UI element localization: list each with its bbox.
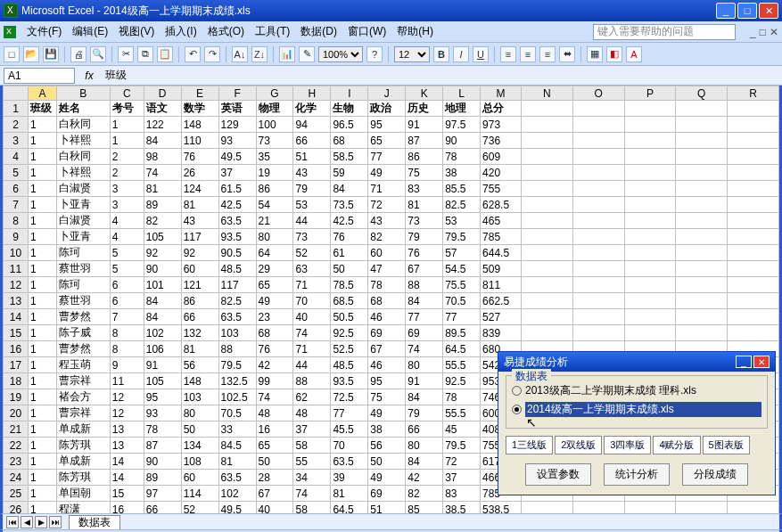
cell[interactable] — [624, 229, 676, 245]
cell[interactable]: 1 — [28, 486, 56, 502]
cell[interactable]: 50.5 — [331, 309, 368, 325]
segment-button[interactable]: 分段成绩 — [682, 463, 748, 486]
cell[interactable]: 1 — [28, 422, 56, 438]
cell[interactable] — [572, 197, 624, 213]
row-header[interactable]: 1 — [4, 101, 29, 117]
cell[interactable]: 55 — [293, 454, 331, 470]
cell[interactable]: 99 — [256, 373, 293, 389]
row-header[interactable]: 18 — [4, 373, 29, 389]
cell[interactable]: 45 — [443, 422, 481, 438]
cell[interactable]: 1 — [28, 470, 56, 486]
cell[interactable]: 80 — [406, 357, 443, 373]
column-header-R[interactable]: R — [728, 86, 779, 101]
cell[interactable] — [572, 502, 624, 514]
cell[interactable]: 8 — [110, 325, 144, 341]
paste-icon[interactable]: 📋 — [157, 46, 173, 62]
cell[interactable]: 84 — [406, 389, 443, 405]
cell[interactable] — [624, 213, 676, 229]
cell[interactable] — [676, 117, 728, 133]
cell[interactable]: 148 — [181, 373, 218, 389]
cell[interactable] — [676, 502, 728, 514]
row-header[interactable]: 11 — [4, 261, 29, 277]
cell[interactable]: 114 — [181, 486, 218, 502]
cell[interactable] — [624, 117, 676, 133]
cell[interactable]: 37 — [443, 470, 481, 486]
cell[interactable]: 38 — [443, 165, 481, 181]
cell[interactable]: 811 — [481, 277, 522, 293]
cell[interactable]: 曹梦然 — [56, 341, 110, 357]
cell[interactable]: 77 — [406, 309, 443, 325]
cell[interactable]: 白秋同 — [56, 117, 110, 133]
column-header-J[interactable]: J — [368, 86, 406, 101]
select-all-cell[interactable] — [4, 86, 29, 101]
cell[interactable]: 93.5 — [331, 373, 368, 389]
cell[interactable]: 68 — [368, 293, 406, 309]
cell[interactable]: 79.5 — [218, 357, 256, 373]
cell[interactable]: 2 — [110, 149, 144, 165]
cell[interactable]: 19 — [256, 165, 293, 181]
cell[interactable]: 49.5 — [218, 149, 256, 165]
cell[interactable] — [728, 101, 779, 117]
cell[interactable] — [572, 245, 624, 261]
row-header[interactable]: 22 — [4, 438, 29, 454]
cell[interactable]: 1 — [28, 389, 56, 405]
cell[interactable]: 81 — [331, 486, 368, 502]
cell[interactable]: 58.5 — [331, 149, 368, 165]
cell[interactable]: 84 — [406, 293, 443, 309]
dialog-tab-3[interactable]: 3四率版 — [604, 436, 651, 454]
cell[interactable]: 程玉萌 — [56, 357, 110, 373]
cell[interactable]: 26 — [181, 165, 218, 181]
cell[interactable]: 42 — [406, 470, 443, 486]
cell[interactable]: 14 — [110, 470, 144, 486]
cell[interactable]: 曹宗祥 — [56, 405, 110, 422]
cell[interactable]: 66 — [181, 309, 218, 325]
cell[interactable]: 76 — [406, 245, 443, 261]
cell[interactable]: 839 — [481, 325, 522, 341]
cell[interactable]: 81 — [406, 197, 443, 213]
cell[interactable]: 92.5 — [443, 373, 481, 389]
cell[interactable]: 63 — [293, 261, 331, 277]
cell[interactable]: 64.5 — [443, 341, 481, 357]
cell[interactable]: 84 — [144, 293, 181, 309]
cell[interactable] — [572, 181, 624, 197]
cell[interactable]: 527 — [481, 309, 522, 325]
cell[interactable]: 1 — [28, 357, 56, 373]
cell[interactable]: 77 — [368, 149, 406, 165]
sheet-tab[interactable]: 数据表 — [69, 515, 120, 529]
cell[interactable] — [728, 245, 779, 261]
cell[interactable]: 93.5 — [218, 229, 256, 245]
cell[interactable]: 1 — [28, 277, 56, 293]
cell[interactable]: 86 — [256, 181, 293, 197]
cell[interactable] — [572, 309, 624, 325]
row-header[interactable]: 21 — [4, 422, 29, 438]
row-header[interactable]: 16 — [4, 341, 29, 357]
cell[interactable] — [624, 245, 676, 261]
menu-edit[interactable]: 编辑(E) — [72, 24, 108, 39]
row-header[interactable]: 5 — [4, 165, 29, 181]
cell[interactable]: 82.5 — [443, 197, 481, 213]
row-header[interactable]: 19 — [4, 389, 29, 405]
cell[interactable]: 644.5 — [481, 245, 522, 261]
window-maximize-button[interactable]: □ — [737, 3, 757, 19]
cell[interactable]: 1 — [28, 261, 56, 277]
cell[interactable] — [676, 261, 728, 277]
cell[interactable]: 39 — [331, 470, 368, 486]
cell[interactable]: 49 — [368, 405, 406, 422]
cell[interactable]: 单国朝 — [56, 486, 110, 502]
cell[interactable]: 46 — [368, 357, 406, 373]
sort-asc-icon[interactable]: A↓ — [232, 46, 248, 62]
help-search-input[interactable]: 键入需要帮助的问题 — [593, 24, 736, 40]
cell[interactable]: 23 — [256, 309, 293, 325]
cell[interactable]: 1 — [28, 454, 56, 470]
cell[interactable]: 16 — [256, 422, 293, 438]
cell[interactable] — [728, 149, 779, 165]
cell[interactable] — [728, 181, 779, 197]
cell[interactable] — [522, 149, 573, 165]
cell[interactable]: 74 — [406, 341, 443, 357]
cell[interactable]: 78.5 — [331, 277, 368, 293]
cell[interactable]: 13 — [110, 438, 144, 454]
cell[interactable]: 68 — [331, 133, 368, 149]
cell[interactable]: 420 — [481, 165, 522, 181]
cell[interactable]: 1 — [28, 438, 56, 454]
cell[interactable] — [624, 293, 676, 309]
